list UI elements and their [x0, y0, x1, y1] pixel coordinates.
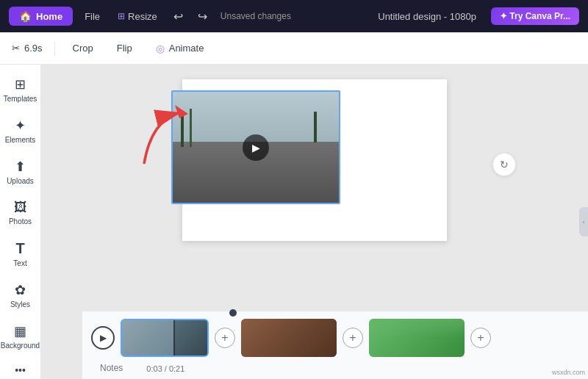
- text-label: Text: [13, 259, 26, 267]
- photos-label: Photos: [9, 217, 32, 225]
- clip-1[interactable]: [121, 319, 209, 357]
- elements-label: Elements: [5, 136, 36, 144]
- clip-3[interactable]: [369, 319, 465, 357]
- scrubber-line: [82, 311, 588, 314]
- duration-value: 6.9s: [24, 43, 43, 54]
- photos-icon: 🖼: [14, 200, 27, 215]
- video-background: ▶: [173, 92, 339, 203]
- flip-button[interactable]: Flip: [111, 40, 138, 57]
- play-button[interactable]: ▶: [243, 134, 269, 161]
- watermark: wsxdn.com: [552, 369, 585, 376]
- scissors-icon: ✂: [12, 43, 20, 54]
- resize-label: Resize: [128, 11, 157, 22]
- background-label: Background: [1, 342, 40, 350]
- play-icon: ▶: [252, 142, 260, 154]
- timeline-play-button[interactable]: ▶: [91, 326, 115, 350]
- clip-divider: [173, 320, 175, 355]
- collapse-handle[interactable]: ‹: [579, 207, 588, 237]
- timeline-area: ▶ + + + Notes 0:03 / 0:21: [82, 311, 588, 379]
- uploads-icon: ⬆: [15, 159, 26, 175]
- timeline-time: 0:03 / 0:21: [137, 361, 193, 376]
- timeline-play-icon: ▶: [100, 333, 107, 343]
- more-icon: •••: [15, 364, 26, 376]
- canvas-area: ▶ ↻ ↻ ‹: [41, 65, 588, 379]
- clip-duration: ✂ 6.9s: [12, 43, 43, 54]
- add-clip-button-1[interactable]: +: [215, 328, 235, 348]
- animate-button[interactable]: ◎ Animate: [150, 40, 210, 57]
- file-button[interactable]: File: [79, 8, 106, 25]
- unsaved-status: Unsaved changes: [220, 11, 291, 21]
- home-label: Home: [36, 11, 62, 22]
- sidebar-item-uploads[interactable]: ⬆ Uploads: [2, 153, 39, 191]
- main-layout: ⊞ Templates ✦ Elements ⬆ Uploads 🖼 Photo…: [0, 65, 588, 379]
- text-icon: T: [15, 240, 24, 257]
- templates-label: Templates: [4, 95, 37, 103]
- sidebar-item-text[interactable]: T Text: [2, 234, 39, 273]
- styles-icon: ✿: [15, 282, 26, 298]
- toolbar: ✂ 6.9s Crop Flip ◎ Animate: [0, 32, 588, 65]
- redo-button[interactable]: ↪: [193, 7, 212, 26]
- sidebar-item-styles[interactable]: ✿ Styles: [2, 276, 39, 314]
- design-title: Untitled design - 1080p: [378, 11, 476, 22]
- styles-label: Styles: [10, 300, 30, 308]
- toolbar-divider: [54, 41, 55, 56]
- animate-icon: ◎: [156, 43, 165, 54]
- home-button[interactable]: 🏠 Home: [9, 7, 73, 26]
- elements-icon: ✦: [15, 118, 26, 134]
- sidebar-item-photos[interactable]: 🖼 Photos: [2, 194, 39, 231]
- sidebar: ⊞ Templates ✦ Elements ⬆ Uploads 🖼 Photo…: [0, 65, 41, 379]
- add-clip-button-3[interactable]: +: [470, 328, 491, 348]
- timeline-content: ▶ + + +: [82, 314, 588, 361]
- clip-1-right: [173, 320, 207, 355]
- clip-2[interactable]: [241, 319, 337, 357]
- sidebar-item-elements[interactable]: ✦ Elements: [2, 112, 39, 150]
- sidebar-item-background[interactable]: ▦ Background: [2, 317, 39, 355]
- resize-icon: ⊞: [118, 11, 125, 21]
- notes-label: Notes: [91, 361, 132, 376]
- video-element[interactable]: ▶ ↻: [171, 90, 340, 204]
- sidebar-item-more[interactable]: ••• More: [2, 358, 39, 379]
- scrubber-dot[interactable]: [229, 309, 237, 317]
- home-icon: 🏠: [19, 10, 32, 22]
- navbar: 🏠 Home File ⊞ Resize ↩ ↪ Unsaved changes…: [0, 0, 588, 32]
- rotate-icon-side: ↻: [500, 159, 509, 170]
- crop-button[interactable]: Crop: [67, 40, 99, 57]
- background-icon: ▦: [14, 323, 26, 339]
- resize-button[interactable]: ⊞ Resize: [112, 8, 163, 25]
- undo-button[interactable]: ↩: [169, 7, 187, 26]
- sidebar-item-templates[interactable]: ⊞ Templates: [2, 71, 39, 109]
- try-pro-button[interactable]: ✦ Try Canva Pr...: [491, 7, 579, 25]
- side-rotate-button[interactable]: ↻: [492, 153, 516, 176]
- uploads-label: Uploads: [7, 177, 34, 185]
- animate-label: Animate: [169, 43, 204, 54]
- add-clip-button-2[interactable]: +: [343, 328, 363, 348]
- templates-icon: ⊞: [15, 76, 26, 93]
